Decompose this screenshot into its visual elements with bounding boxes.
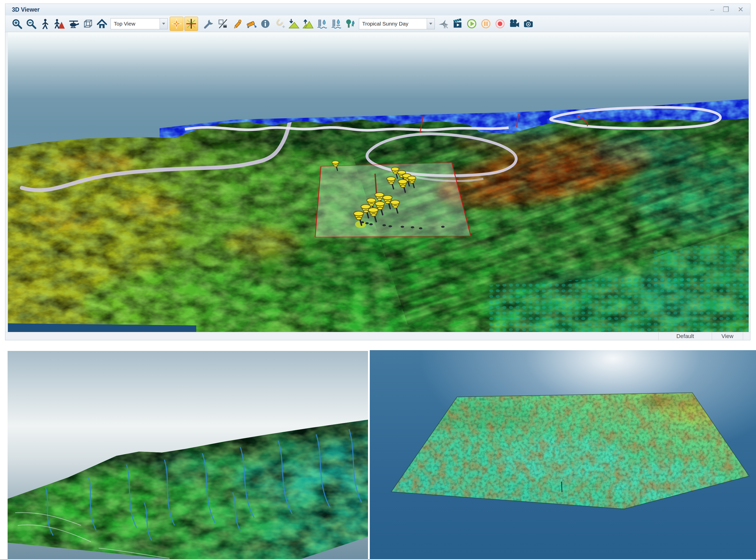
- info-icon: [259, 18, 271, 29]
- walk-mountain-icon: [53, 18, 65, 29]
- perspective-3d-scene: [7, 351, 368, 559]
- view-preset-select[interactable]: Top View: [110, 18, 168, 29]
- terrain-exaggeration-down-button[interactable]: [287, 17, 301, 31]
- magnet-icon: [274, 18, 285, 29]
- status-default[interactable]: Default: [658, 332, 712, 340]
- box-view-button[interactable]: [81, 17, 94, 31]
- mountain-up-icon: [302, 18, 314, 29]
- helicopter-icon: [68, 18, 80, 29]
- airplane-x-icon: [437, 18, 449, 29]
- film-camera-icon: [509, 18, 520, 29]
- terrain-exaggeration-up-button[interactable]: [301, 17, 315, 31]
- settings-button[interactable]: [202, 17, 216, 31]
- zoom-out-button[interactable]: [24, 17, 38, 31]
- center-star-icon: [171, 18, 182, 29]
- toolbar: Top View Tropical Sunny Day: [5, 16, 750, 32]
- play-animation-button[interactable]: [465, 17, 478, 31]
- wrench-icon: [203, 18, 215, 29]
- status-stub: [743, 332, 750, 340]
- measure-icon: [245, 18, 257, 29]
- zoom-in-icon: [11, 18, 23, 29]
- ground-stake-dot: [411, 226, 414, 228]
- zoom-in-button[interactable]: [10, 17, 24, 31]
- play-icon: [466, 18, 477, 29]
- home-view-button[interactable]: [95, 17, 109, 31]
- home-icon: [96, 18, 108, 29]
- crosshair-icon: [186, 18, 197, 29]
- window-title: 3D Viewer: [12, 6, 40, 13]
- ground-stake-dot: [389, 225, 392, 227]
- vegetation-water-button[interactable]: [344, 17, 357, 31]
- close-button[interactable]: ✕: [738, 6, 743, 13]
- pencil-icon: [231, 18, 243, 29]
- magnet-add-button[interactable]: [273, 17, 286, 31]
- environment-dropdown-arrow-icon[interactable]: [427, 19, 434, 29]
- view-preset-value: Top View: [111, 21, 159, 27]
- main-3d-scene: [8, 32, 749, 332]
- pause-animation-button[interactable]: [479, 17, 493, 31]
- pause-icon: [480, 18, 492, 29]
- mountain-down-icon: [288, 18, 300, 29]
- title-bar: 3D Viewer – ❐ ✕: [5, 4, 750, 16]
- movie-clip-button[interactable]: [451, 17, 465, 31]
- maximize-button[interactable]: ❐: [722, 6, 729, 13]
- walk-person-icon: [40, 18, 51, 29]
- record-animation-button[interactable]: [493, 17, 507, 31]
- flight-path-button[interactable]: [436, 17, 450, 31]
- water-level-raise-button[interactable]: [315, 17, 329, 31]
- scale-tool-button[interactable]: [216, 17, 230, 31]
- tree-water-icon: [345, 18, 356, 29]
- minimize-button[interactable]: –: [710, 6, 714, 13]
- draw-button[interactable]: [230, 17, 244, 31]
- screenshot-button[interactable]: [521, 17, 535, 31]
- ground-stake-dot: [361, 221, 364, 223]
- ground-stake-dot: [401, 226, 404, 228]
- record-icon: [494, 18, 506, 29]
- walk-mode-button[interactable]: [39, 17, 52, 31]
- center-view-button[interactable]: [170, 17, 183, 31]
- fly-mode-button[interactable]: [67, 17, 81, 31]
- viewer-window: 3D Viewer – ❐ ✕ Top View: [5, 3, 751, 340]
- terrain-walk-button[interactable]: [52, 17, 66, 31]
- cube-icon: [82, 18, 93, 29]
- status-view[interactable]: View: [712, 332, 743, 340]
- photo-camera-icon: [522, 18, 534, 29]
- water-lower-icon: [330, 18, 342, 29]
- perspective-view-panel[interactable]: [7, 351, 368, 559]
- zoom-out-icon: [25, 18, 37, 29]
- water-raise-icon: [316, 18, 328, 29]
- crosshair-button[interactable]: [185, 17, 198, 31]
- scale-icon: [217, 18, 229, 29]
- environment-preset-value: Tropical Sunny Day: [359, 21, 427, 27]
- selection-area[interactable]: [315, 162, 471, 237]
- environment-preset-select[interactable]: Tropical Sunny Day: [359, 18, 435, 29]
- window-controls: – ❐ ✕: [710, 6, 743, 13]
- main-3d-viewport[interactable]: [8, 32, 749, 332]
- ground-stake-dot: [383, 224, 386, 226]
- ground-stake-dot: [441, 226, 445, 228]
- measure-button[interactable]: [244, 17, 258, 31]
- ground-stake-dot: [365, 222, 369, 224]
- water-level-lower-button[interactable]: [329, 17, 343, 31]
- antenna-marker: [562, 482, 562, 492]
- status-bar: Default View: [5, 332, 750, 340]
- tile-view-panel[interactable]: [370, 350, 756, 559]
- info-button[interactable]: [259, 17, 272, 31]
- clapperboard-icon: [452, 18, 463, 29]
- tile-3d-scene: [370, 350, 756, 559]
- ground-stake-dot: [369, 223, 373, 225]
- view-preset-dropdown-arrow-icon[interactable]: [159, 19, 168, 29]
- video-capture-button[interactable]: [507, 17, 521, 31]
- ground-stake-dot: [419, 227, 423, 229]
